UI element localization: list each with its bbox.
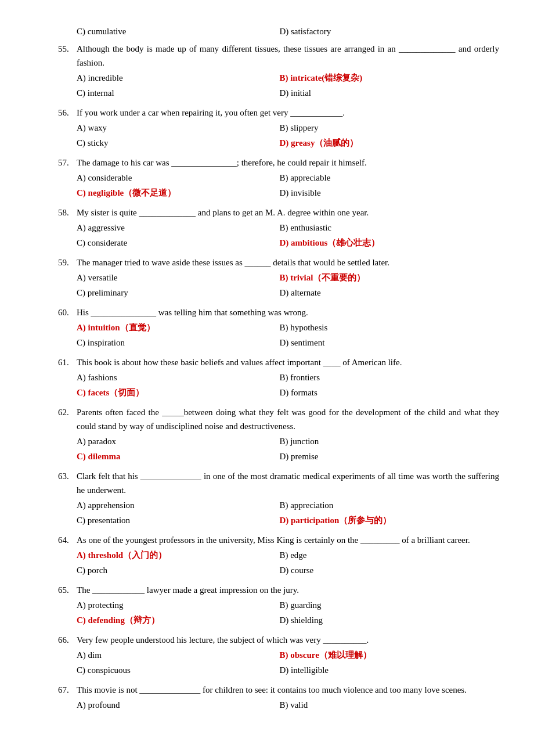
option-d: D) premise bbox=[279, 449, 499, 463]
question-line: 59.The manager tried to wave aside these… bbox=[58, 255, 499, 269]
option-a: A) aggressive bbox=[77, 221, 279, 235]
question-number: 61. bbox=[58, 355, 77, 369]
option-a: A) waxy bbox=[77, 121, 279, 135]
options-row: C) defending（辩方）D) shielding bbox=[77, 613, 499, 627]
options-row: A) intuition（直觉）B) hypothesis bbox=[77, 321, 499, 334]
question-number: 63. bbox=[58, 469, 77, 483]
option-a: A) incredible bbox=[77, 71, 279, 85]
option-d: D) invisible bbox=[279, 186, 499, 200]
options-row: C) considerateD) ambitious（雄心壮志） bbox=[77, 236, 499, 250]
options-row: A) apprehensionB) appreciation bbox=[77, 498, 499, 512]
options-row: C) inspirationD) sentiment bbox=[77, 336, 499, 350]
question-block-60: 60.His _______________ was telling him t… bbox=[58, 305, 499, 350]
question-number: 66. bbox=[58, 633, 77, 647]
option-b: B) guarding bbox=[279, 598, 499, 612]
question-line: 58.My sister is quite _____________ and … bbox=[58, 206, 499, 219]
question-text: If you work under a car when repairing i… bbox=[77, 106, 499, 120]
options-row: C) preliminaryD) alternate bbox=[77, 286, 499, 300]
question-block-57: 57.The damage to his car was ___________… bbox=[58, 156, 499, 200]
option-c: C) sticky bbox=[77, 136, 279, 150]
question-block-65: 65.The ____________ lawyer made a great … bbox=[58, 583, 499, 627]
question-line: 64.As one of the youngest professors in … bbox=[58, 533, 499, 547]
question-line: 63.Clark felt that his ______________ in… bbox=[58, 469, 499, 497]
question-block-56: 56.If you work under a car when repairin… bbox=[58, 106, 499, 150]
options-row: A) incredibleB) intricate(错综复杂) bbox=[77, 71, 499, 85]
option-d: D) intelligible bbox=[279, 663, 499, 677]
option-b: B) slippery bbox=[279, 121, 499, 135]
option-c: C) considerate bbox=[77, 236, 279, 250]
question-line: 62.Parents often faced the _____between … bbox=[58, 405, 499, 433]
question-text: Clark felt that his ______________ in on… bbox=[77, 469, 499, 497]
option-d: D) course bbox=[279, 563, 499, 577]
question-block-62: 62.Parents often faced the _____between … bbox=[58, 405, 499, 463]
question-number: 62. bbox=[58, 405, 77, 419]
option-b: B) intricate(错综复杂) bbox=[279, 71, 499, 85]
options-row: C) internalD) initial bbox=[77, 86, 499, 100]
option-a: A) apprehension bbox=[77, 498, 279, 512]
question-block-55: 55.Although the body is made up of many … bbox=[58, 42, 499, 100]
question-line: 67.This movie is not ______________ for … bbox=[58, 683, 499, 697]
question-number: 57. bbox=[58, 156, 77, 170]
option-c: C) internal bbox=[77, 86, 279, 100]
option-c: C) preliminary bbox=[77, 286, 279, 300]
options-row: C) dilemmaD) premise bbox=[77, 449, 499, 463]
option-c: C) dilemma bbox=[77, 449, 279, 463]
option-c: C) presentation bbox=[77, 513, 279, 527]
question-line: 55.Although the body is made up of many … bbox=[58, 42, 499, 70]
options-row: A) profoundB) valid bbox=[77, 698, 499, 712]
question-text: My sister is quite _____________ and pla… bbox=[77, 206, 499, 219]
question-text: As one of the youngest professors in the… bbox=[77, 533, 499, 547]
question-line: 56.If you work under a car when repairin… bbox=[58, 106, 499, 120]
option-c: C) inspiration bbox=[77, 336, 279, 350]
option-b: B) hypothesis bbox=[279, 321, 499, 334]
option-d: D) greasy（油腻的） bbox=[279, 136, 499, 150]
question-text: The damage to his car was ______________… bbox=[77, 156, 499, 170]
option-c: C) facets（切面） bbox=[77, 386, 279, 399]
question-line: 60.His _______________ was telling him t… bbox=[58, 305, 499, 319]
option-a: A) considerable bbox=[77, 171, 279, 185]
question-block-63: 63.Clark felt that his ______________ in… bbox=[58, 469, 499, 527]
question-block-59: 59.The manager tried to wave aside these… bbox=[58, 255, 499, 300]
option-b: B) appreciable bbox=[279, 171, 499, 185]
question-text: This book is about how these basic belie… bbox=[77, 355, 499, 369]
option-d: D) alternate bbox=[279, 286, 499, 300]
option-a: A) intuition（直觉） bbox=[77, 321, 279, 334]
question-block-64: 64.As one of the youngest professors in … bbox=[58, 533, 499, 577]
question-number: 65. bbox=[58, 583, 77, 597]
options-row: C) stickyD) greasy（油腻的） bbox=[77, 136, 499, 150]
question-number: 55. bbox=[58, 42, 77, 56]
option-d: D) sentiment bbox=[279, 336, 499, 350]
question-number: 67. bbox=[58, 683, 77, 697]
option-b: B) valid bbox=[279, 698, 499, 712]
option-a: A) paradox bbox=[77, 434, 279, 448]
option-d-satisfactory: D) satisfactory bbox=[279, 24, 499, 38]
options-row: A) paradoxB) junction bbox=[77, 434, 499, 448]
option-c: C) negligible（微不足道） bbox=[77, 186, 279, 200]
option-a: A) versatile bbox=[77, 271, 279, 285]
top-options-row: C) cumulative D) satisfactory bbox=[77, 24, 499, 38]
options-row: A) dimB) obscure（难以理解） bbox=[77, 648, 499, 662]
question-text: Although the body is made up of many dif… bbox=[77, 42, 499, 70]
option-c: C) defending（辩方） bbox=[77, 613, 279, 627]
option-a: A) profound bbox=[77, 698, 279, 712]
quiz-container: C) cumulative D) satisfactory 55.Althoug… bbox=[58, 24, 499, 712]
option-d: D) ambitious（雄心壮志） bbox=[279, 236, 499, 250]
question-block-66: 66.Very few people understood his lectur… bbox=[58, 633, 499, 677]
question-line: 66.Very few people understood his lectur… bbox=[58, 633, 499, 647]
option-a: A) threshold（入门的） bbox=[77, 548, 279, 562]
question-number: 58. bbox=[58, 206, 77, 219]
options-row: A) protectingB) guarding bbox=[77, 598, 499, 612]
question-text: The manager tried to wave aside these is… bbox=[77, 255, 499, 269]
question-number: 56. bbox=[58, 106, 77, 120]
question-line: 61.This book is about how these basic be… bbox=[58, 355, 499, 369]
question-text: His _______________ was telling him that… bbox=[77, 305, 499, 319]
option-a: A) dim bbox=[77, 648, 279, 662]
options-row: C) negligible（微不足道）D) invisible bbox=[77, 186, 499, 200]
options-row: A) waxyB) slippery bbox=[77, 121, 499, 135]
option-b: B) appreciation bbox=[279, 498, 499, 512]
question-line: 65.The ____________ lawyer made a great … bbox=[58, 583, 499, 597]
option-b: B) edge bbox=[279, 548, 499, 562]
options-row: A) threshold（入门的）B) edge bbox=[77, 548, 499, 562]
question-text: Very few people understood his lecture, … bbox=[77, 633, 499, 647]
question-number: 59. bbox=[58, 255, 77, 269]
